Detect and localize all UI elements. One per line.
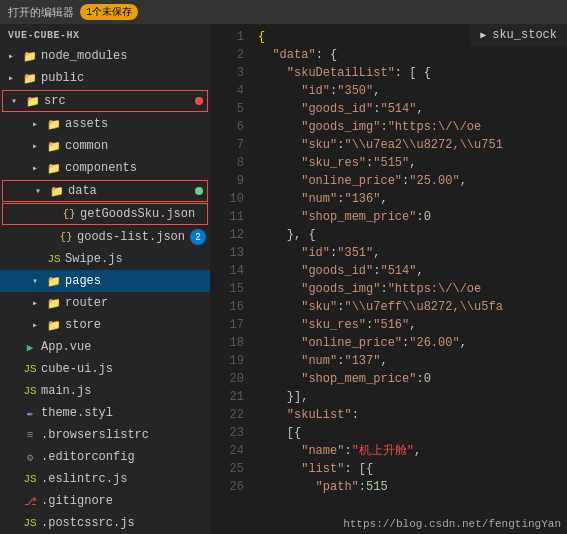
- arrow-icon: [8, 72, 22, 84]
- sidebar-item-gitignore[interactable]: ⎇ .gitignore: [0, 490, 210, 512]
- arrow-icon: [32, 162, 46, 174]
- arrow-right-icon: ▶: [480, 29, 486, 41]
- editor-area: ▶ sku_stock 12345 678910 1112131415 1617…: [210, 24, 567, 534]
- arrow-icon: [8, 50, 22, 62]
- folder-icon: 📁: [22, 72, 38, 85]
- tab-label: sku_stock: [492, 28, 557, 42]
- dot-indicator: [195, 97, 203, 105]
- sidebar-item-node-modules[interactable]: 📁 node_modules: [0, 45, 210, 67]
- sidebar-item-components[interactable]: 📁 components: [0, 157, 210, 179]
- sidebar-item-public[interactable]: 📁 public: [0, 67, 210, 89]
- config-icon: ⚙: [22, 451, 38, 464]
- project-title: VUE-CUBE-HX: [0, 24, 210, 45]
- arrow-icon: [32, 297, 46, 309]
- sidebar-item-swipe[interactable]: JS Swipe.js: [0, 248, 210, 270]
- code-content: { "data": { "skuDetailList": [ { "id": "…: [250, 24, 567, 534]
- config-icon: ≡: [22, 429, 38, 441]
- unsaved-badge: 1个未保存: [80, 4, 138, 20]
- sidebar-item-theme-styl[interactable]: ✒ theme.styl: [0, 402, 210, 424]
- folder-icon: 📁: [46, 140, 62, 153]
- js-icon: JS: [22, 473, 38, 485]
- js-icon: JS: [46, 253, 62, 265]
- git-icon: ⎇: [22, 495, 38, 508]
- arrow-icon: [32, 118, 46, 130]
- line-numbers: 12345 678910 1112131415 1617181920 21222…: [210, 24, 250, 534]
- arrow-icon: [32, 140, 46, 152]
- sidebar-item-common[interactable]: 📁 common: [0, 135, 210, 157]
- arrow-icon: [32, 319, 46, 331]
- dot-indicator: [195, 187, 203, 195]
- sidebar-item-eslintrc[interactable]: JS .eslintrc.js: [0, 468, 210, 490]
- sidebar-item-main-js[interactable]: JS main.js: [0, 380, 210, 402]
- sidebar-item-app-vue[interactable]: ▶ App.vue: [0, 336, 210, 358]
- folder-icon: 📁: [25, 95, 41, 108]
- arrow-icon: [11, 95, 25, 107]
- sidebar: VUE-CUBE-HX 📁 node_modules 📁 public 📁 sr…: [0, 24, 210, 534]
- sidebar-item-assets[interactable]: 📁 assets: [0, 113, 210, 135]
- folder-icon: 📁: [46, 319, 62, 332]
- folder-icon: 📁: [22, 50, 38, 63]
- js-icon: JS: [22, 363, 38, 375]
- title-bar: 打开的编辑器 1个未保存: [0, 0, 567, 24]
- sidebar-item-data[interactable]: 📁 data: [2, 180, 208, 202]
- styl-icon: ✒: [22, 407, 38, 420]
- folder-icon: 📁: [46, 118, 62, 131]
- sidebar-item-store[interactable]: 📁 store: [0, 314, 210, 336]
- folder-icon: 📁: [46, 162, 62, 175]
- sidebar-item-src[interactable]: 📁 src: [2, 90, 208, 112]
- folder-icon: 📁: [46, 297, 62, 310]
- json-icon: {}: [58, 231, 74, 243]
- arrow-icon: [35, 185, 49, 197]
- js-icon: JS: [22, 517, 38, 529]
- folder-icon: 📁: [46, 275, 62, 288]
- badge: 2: [190, 229, 206, 245]
- sidebar-item-editorconfig[interactable]: ⚙ .editorconfig: [0, 446, 210, 468]
- sidebar-item-pages[interactable]: 📁 pages: [0, 270, 210, 292]
- sidebar-item-goodsListJson[interactable]: {} goods-list.json 2: [0, 226, 210, 248]
- js-icon: JS: [22, 385, 38, 397]
- sidebar-item-router[interactable]: 📁 router: [0, 292, 210, 314]
- top-right-tab[interactable]: ▶ sku_stock: [470, 24, 567, 46]
- sidebar-item-getGoodsSkuJson[interactable]: {} getGoodsSku.json: [2, 203, 208, 225]
- watermark: https://blog.csdn.net/fengtingYan: [337, 516, 567, 532]
- arrow-icon: [32, 275, 46, 287]
- title-bar-text: 打开的编辑器: [8, 5, 74, 20]
- vue-icon: ▶: [22, 341, 38, 354]
- json-icon: {}: [61, 208, 77, 220]
- sidebar-item-postcssrc[interactable]: JS .postcssrc.js: [0, 512, 210, 534]
- sidebar-item-cube-ui[interactable]: JS cube-ui.js: [0, 358, 210, 380]
- sidebar-item-browserslistrc[interactable]: ≡ .browserslistrc: [0, 424, 210, 446]
- folder-icon: 📁: [49, 185, 65, 198]
